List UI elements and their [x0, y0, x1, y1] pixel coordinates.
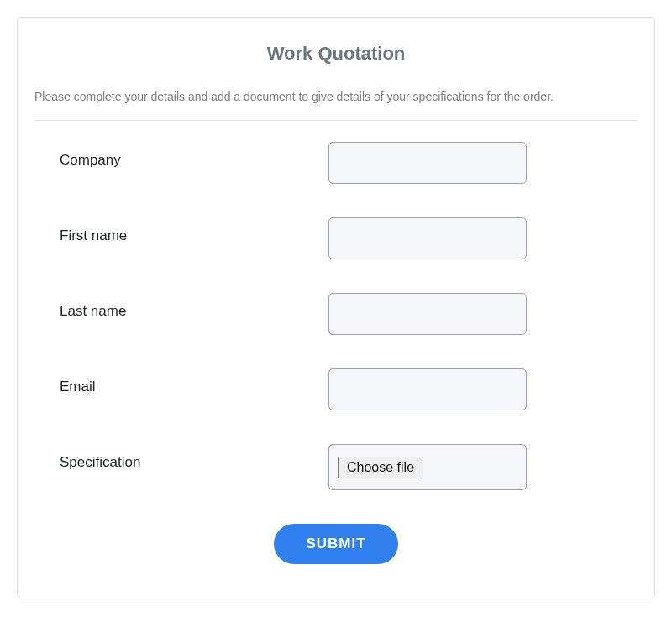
quotation-form-card: Work Quotation Please complete your deta…	[17, 17, 655, 598]
submit-row: SUBMIT	[34, 524, 638, 564]
label-email: Email	[60, 368, 328, 395]
row-company: Company	[34, 142, 638, 184]
specification-file-box[interactable]: Choose file	[328, 444, 527, 490]
company-input[interactable]	[328, 142, 527, 184]
row-first-name: First name	[34, 217, 638, 259]
label-first-name: First name	[60, 217, 328, 244]
row-email: Email	[34, 368, 638, 410]
row-last-name: Last name	[34, 293, 638, 335]
row-specification: Specification Choose file	[34, 444, 638, 490]
email-input[interactable]	[328, 368, 527, 410]
label-last-name: Last name	[60, 293, 328, 320]
label-company: Company	[60, 142, 328, 169]
label-specification: Specification	[60, 444, 328, 471]
form-description: Please complete your details and add a d…	[34, 90, 638, 103]
submit-button[interactable]: SUBMIT	[274, 524, 397, 564]
last-name-input[interactable]	[328, 293, 527, 335]
form-title: Work Quotation	[34, 43, 638, 65]
choose-file-button[interactable]: Choose file	[338, 457, 423, 478]
divider	[34, 120, 638, 121]
first-name-input[interactable]	[328, 217, 527, 259]
